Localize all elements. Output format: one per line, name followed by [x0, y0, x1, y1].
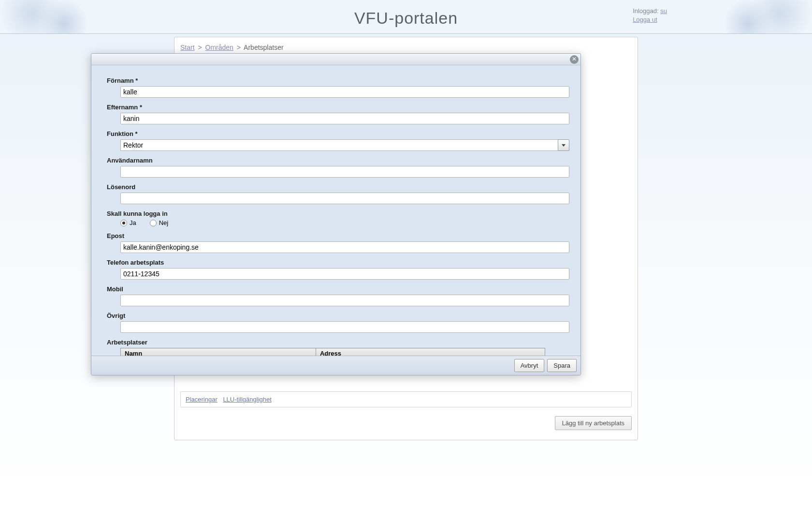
col-namn[interactable]: Namn	[121, 348, 316, 356]
edit-dialog: ✕ Förnamn * Efternamn * Funktion * Rekto…	[91, 53, 581, 375]
app-title: VFU-portalen	[354, 9, 458, 28]
header-decoration-left	[0, 0, 106, 34]
close-icon[interactable]: ✕	[570, 55, 579, 64]
add-button-row: Lägg till ny arbetsplats	[180, 416, 632, 430]
login-ja-radio[interactable]: Ja	[120, 219, 136, 226]
dialog-footer: Avbryt Spara	[91, 356, 580, 375]
dialog-titlebar[interactable]: ✕	[91, 54, 580, 65]
telefon-label: Telefon arbetsplats	[107, 259, 565, 266]
arbetsplatser-table: Namn Adress	[120, 348, 545, 356]
llu-link[interactable]: LLU-tillgänglighet	[223, 396, 271, 403]
breadcrumb-current: Arbetsplatser	[244, 44, 283, 51]
fornamn-input[interactable]	[120, 86, 569, 98]
epost-input[interactable]	[120, 241, 569, 253]
add-workplace-button[interactable]: Lägg till ny arbetsplats	[555, 416, 632, 430]
funktion-label: Funktion *	[107, 130, 565, 137]
funktion-select[interactable]: Rektor	[120, 139, 558, 151]
efternamn-input[interactable]	[120, 113, 569, 124]
mobil-input[interactable]	[120, 295, 569, 306]
ovrigt-label: Övrigt	[107, 312, 565, 319]
logout-link[interactable]: Logga ut	[633, 16, 657, 23]
breadcrumb-sep: >	[237, 44, 241, 51]
anvandarnamn-input[interactable]	[120, 166, 569, 178]
col-adress[interactable]: Adress	[316, 348, 545, 356]
losenord-label: Lösenord	[107, 183, 565, 191]
breadcrumb-omraden[interactable]: Områden	[205, 44, 233, 51]
radio-icon	[150, 220, 157, 226]
login-nej-radio[interactable]: Nej	[150, 219, 169, 226]
login-label: Skall kunna logga in	[107, 210, 565, 217]
user-link[interactable]: su	[660, 7, 667, 15]
links-row: Placeringar LLU-tillgänglighet	[180, 391, 632, 407]
login-nej-label: Nej	[159, 219, 169, 226]
header-decoration-right	[706, 0, 812, 34]
efternamn-label: Efternamn *	[107, 104, 565, 111]
save-button[interactable]: Spara	[547, 359, 577, 372]
header: VFU-portalen Inloggad: su Logga ut	[0, 0, 812, 34]
breadcrumb-start[interactable]: Start	[180, 44, 195, 51]
losenord-input[interactable]	[120, 193, 569, 204]
cancel-button[interactable]: Avbryt	[514, 359, 545, 372]
breadcrumb-sep: >	[198, 44, 202, 51]
epost-label: Epost	[107, 232, 565, 239]
radio-icon	[120, 220, 127, 226]
fornamn-label: Förnamn *	[107, 77, 565, 84]
user-info: Inloggad: su Logga ut	[633, 7, 667, 24]
ovrigt-input[interactable]	[120, 321, 569, 333]
dropdown-arrow-icon[interactable]	[558, 139, 569, 151]
arbetsplatser-label: Arbetsplatser	[107, 339, 565, 346]
logged-in-label: Inloggad:	[633, 7, 659, 15]
mobil-label: Mobil	[107, 285, 565, 293]
telefon-input[interactable]	[120, 268, 569, 280]
login-ja-label: Ja	[130, 219, 136, 226]
anvandarnamn-label: Användarnamn	[107, 157, 565, 164]
dialog-body: Förnamn * Efternamn * Funktion * Rektor …	[91, 65, 580, 356]
placeringar-link[interactable]: Placeringar	[186, 396, 218, 403]
